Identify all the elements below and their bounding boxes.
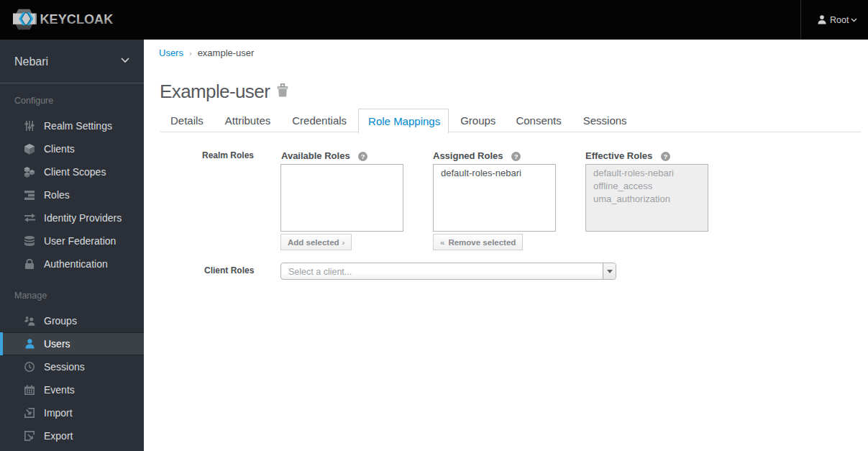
svg-text:KEYCLOAK: KEYCLOAK [40, 12, 114, 27]
